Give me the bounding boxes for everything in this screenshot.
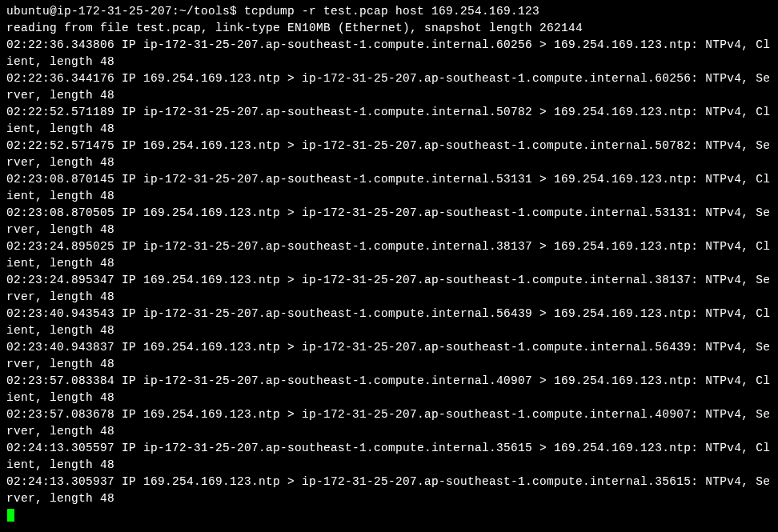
packet-output-container: 02:22:36.343806 IP ip-172-31-25-207.ap-s… <box>6 37 772 507</box>
packet-line: 02:24:13.305597 IP ip-172-31-25-207.ap-s… <box>6 440 772 474</box>
packet-line: 02:23:57.083384 IP ip-172-31-25-207.ap-s… <box>6 373 772 406</box>
packet-line: 02:23:40.943543 IP ip-172-31-25-207.ap-s… <box>6 306 772 339</box>
packet-line: 02:24:13.305937 IP 169.254.169.123.ntp >… <box>6 474 772 507</box>
packet-line: 02:23:08.870505 IP 169.254.169.123.ntp >… <box>6 205 772 238</box>
command-prompt-line: ubuntu@ip-172-31-25-207:~/tools$ tcpdump… <box>6 3 772 20</box>
packet-line: 02:23:57.083678 IP 169.254.169.123.ntp >… <box>6 406 772 440</box>
terminal-cursor <box>7 509 14 522</box>
packet-line: 02:23:24.895347 IP 169.254.169.123.ntp >… <box>6 272 772 306</box>
packet-line: 02:23:24.895025 IP ip-172-31-25-207.ap-s… <box>6 238 772 272</box>
packet-line: 02:23:40.943837 IP 169.254.169.123.ntp >… <box>6 339 772 373</box>
packet-line: 02:22:52.571475 IP 169.254.169.123.ntp >… <box>6 138 772 171</box>
packet-line: 02:23:08.870145 IP ip-172-31-25-207.ap-s… <box>6 171 772 205</box>
packet-line: 02:22:36.344176 IP 169.254.169.123.ntp >… <box>6 70 772 104</box>
packet-line: 02:22:52.571189 IP ip-172-31-25-207.ap-s… <box>6 104 772 138</box>
packet-line: 02:22:36.343806 IP ip-172-31-25-207.ap-s… <box>6 37 772 70</box>
reading-info-line: reading from file test.pcap, link-type E… <box>6 20 772 37</box>
